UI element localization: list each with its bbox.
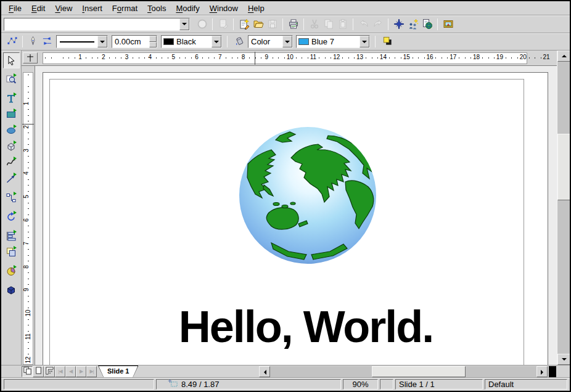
ruler-origin-button[interactable] xyxy=(23,52,38,63)
url-input[interactable] xyxy=(4,19,179,30)
hyperlink-button[interactable] xyxy=(420,17,434,31)
tool-insert-button[interactable] xyxy=(3,263,20,279)
select-icon xyxy=(6,55,17,66)
line-dialog-button[interactable] xyxy=(26,35,40,49)
master-view-button[interactable] xyxy=(33,366,44,377)
line-style-combobox[interactable] xyxy=(56,35,108,48)
tool-lines-arrows-button[interactable] xyxy=(3,171,20,187)
open-button[interactable] xyxy=(251,17,265,31)
slide-view-button[interactable] xyxy=(22,366,33,377)
menu-view[interactable]: View xyxy=(50,2,77,14)
line-width-spinbox[interactable]: 0.00cm xyxy=(112,35,157,48)
spin-down-button[interactable] xyxy=(149,42,157,48)
tool-zoom-button[interactable] xyxy=(3,71,20,88)
scroll-down-button[interactable] xyxy=(557,354,570,365)
horizontal-ruler[interactable]: 123456789101112131415161718192021 xyxy=(22,51,557,66)
status-style-panel[interactable]: Default xyxy=(485,379,567,390)
ruler-tick xyxy=(488,57,489,59)
menu-modify[interactable]: Modify xyxy=(171,2,204,14)
tool-3d-objects-button[interactable] xyxy=(3,139,20,155)
url-dropdown-button[interactable] xyxy=(179,18,189,30)
ruler-tick xyxy=(28,98,29,99)
shadow-icon xyxy=(382,36,393,48)
globe-image[interactable] xyxy=(237,125,379,266)
line-color-combobox[interactable]: Black xyxy=(161,35,222,48)
ruler-number: 5 xyxy=(171,54,175,60)
ruler-tick xyxy=(28,191,29,192)
shadow-button[interactable] xyxy=(380,35,395,49)
status-position-panel[interactable]: 8.49 / 1.87 xyxy=(156,379,341,390)
fill-type-combobox[interactable]: Color xyxy=(248,35,293,48)
ruler-number: 12 xyxy=(333,54,340,60)
scroll-up-button[interactable] xyxy=(557,51,570,62)
new-document-button[interactable] xyxy=(237,17,251,31)
tool-curve-button[interactable] xyxy=(3,155,20,171)
line-width-value[interactable]: 0.00cm xyxy=(112,36,149,47)
slide-tab-outline: Slide 1 xyxy=(98,365,138,377)
menu-insert[interactable]: Insert xyxy=(77,2,107,14)
slide-tab[interactable]: Slide 1 xyxy=(99,366,138,377)
menu-format[interactable]: Format xyxy=(107,2,142,14)
layer-view-button[interactable] xyxy=(44,366,55,377)
vertical-scroll-thumb[interactable] xyxy=(557,134,570,200)
edit-points-button[interactable] xyxy=(5,35,19,49)
tool-ellipse-button[interactable] xyxy=(3,123,20,139)
next-page-button[interactable]: ▶ xyxy=(76,366,86,377)
url-combobox[interactable] xyxy=(4,18,190,31)
tool-rectangle-button[interactable] xyxy=(3,107,20,123)
first-page-button[interactable]: |◀ xyxy=(55,366,65,377)
ruler-tick xyxy=(68,57,69,59)
menu-tools[interactable]: Tools xyxy=(142,2,171,14)
previous-page-button[interactable]: ◀ xyxy=(65,366,76,377)
line-style-dropdown-button[interactable] xyxy=(97,36,107,47)
tool-text-button[interactable] xyxy=(3,91,20,107)
gallery-button[interactable] xyxy=(441,17,455,31)
arrow-style-button[interactable] xyxy=(40,35,54,49)
ruler-tick xyxy=(109,57,110,59)
tool-connector-button[interactable] xyxy=(3,190,20,206)
autopilot-button[interactable] xyxy=(406,17,420,31)
spin-up-button[interactable] xyxy=(149,36,157,42)
ruler-tick xyxy=(156,57,157,59)
horizontal-scroll-track[interactable] xyxy=(270,366,536,377)
view-splitter-handle[interactable] xyxy=(549,366,556,377)
tool-rotate-button[interactable] xyxy=(3,209,20,225)
horizontal-scrollbar[interactable] xyxy=(259,366,570,377)
print-button[interactable] xyxy=(286,17,300,31)
tool-alignment-button[interactable] xyxy=(3,228,20,244)
menu-window[interactable]: Window xyxy=(205,2,243,14)
slide-title-text[interactable]: Hello, World. xyxy=(59,301,553,352)
status-zoom-panel[interactable]: 90% xyxy=(343,379,378,390)
scroll-left-button[interactable] xyxy=(259,366,270,377)
last-page-button[interactable]: ▶| xyxy=(86,366,97,377)
fill-dialog-button[interactable] xyxy=(232,35,247,49)
paste-button xyxy=(335,17,350,31)
line-color-dropdown-button[interactable] xyxy=(212,36,221,47)
menu-edit[interactable]: Edit xyxy=(27,2,50,14)
menu-file[interactable]: File xyxy=(4,2,27,14)
horizontal-scroll-thumb[interactable] xyxy=(372,366,466,377)
submenu-flag-icon xyxy=(14,141,18,144)
scroll-right-button[interactable] xyxy=(536,366,548,377)
undo-button xyxy=(356,17,371,31)
status-slide-panel[interactable]: Slide 1 / 1 xyxy=(395,379,483,390)
line-color-value: Black xyxy=(174,37,212,46)
vertical-ruler[interactable]: 123456789101112 xyxy=(22,66,35,365)
ruler-tick xyxy=(214,57,215,59)
fill-type-value: Color xyxy=(249,37,282,46)
menu-help[interactable]: Help xyxy=(243,2,269,14)
vertical-scrollbar[interactable] xyxy=(557,51,570,365)
cut-icon xyxy=(309,18,320,30)
tool-3d-controller-button[interactable] xyxy=(3,282,20,298)
ruler-tick xyxy=(413,57,413,59)
submenu-flag-icon xyxy=(14,73,18,77)
fill-type-dropdown-button[interactable] xyxy=(282,36,292,47)
tool-arrange-button[interactable] xyxy=(3,244,20,260)
fill-color-dropdown-button[interactable] xyxy=(359,36,369,47)
ruler-tick xyxy=(28,296,29,296)
fill-color-combobox[interactable]: Blue 7 xyxy=(296,35,370,48)
tool-select-button[interactable] xyxy=(3,52,20,68)
ruler-tick xyxy=(28,301,29,302)
navigator-button[interactable] xyxy=(392,17,406,31)
slide-canvas[interactable]: Hello, World. xyxy=(35,66,557,365)
